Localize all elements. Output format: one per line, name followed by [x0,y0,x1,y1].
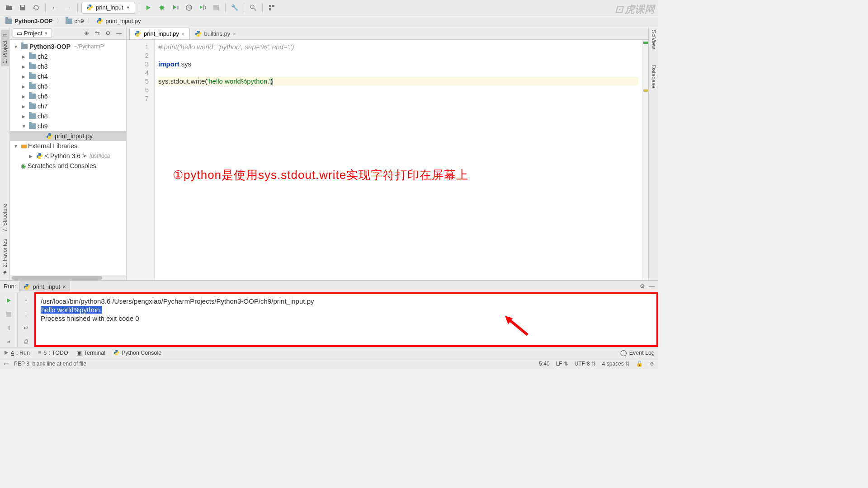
arrow-annotation-icon [503,314,530,337]
right-tool-gutter: SciView Database [648,27,658,280]
print-icon[interactable]: ⎙ [21,336,32,347]
sidebar-tab-sciview[interactable]: SciView [651,30,657,49]
tree-folder[interactable]: ▶ch7 [10,101,126,111]
breadcrumb-folder[interactable]: ch9 [64,17,86,25]
bottom-tool-tabs: 4: Run ≡ 6: TODO ▣ Terminal Python Conso… [0,347,658,358]
bottom-tab-run[interactable]: 4: Run [4,350,30,356]
collapse-icon[interactable]: ⇆ [93,29,102,38]
left-tool-gutter: 1: Project ▭ 7: Structure ★ 2: Favorites [0,27,10,280]
tab-print-input[interactable]: print_input.py× [129,28,190,39]
bottom-tab-pyconsole[interactable]: Python Console [113,350,161,356]
run-icon[interactable] [143,2,154,13]
chevron-right-icon: 〉 [57,17,62,25]
target-icon[interactable]: ⊕ [82,29,91,38]
search-icon[interactable] [248,2,259,13]
tab-builtins[interactable]: builtins.py× [190,28,241,39]
wrap-icon[interactable]: ↩ [21,322,32,333]
svg-point-2 [160,6,164,9]
gear-icon[interactable]: ⚙ [104,29,113,38]
sidebar-tab-database[interactable]: Database [651,65,657,88]
svg-rect-9 [6,312,11,317]
breadcrumb: Python3-OOP 〉 ch9 〉 print_input.py [0,15,658,27]
svg-point-0 [89,5,89,5]
run-config-label: print_input [96,4,123,11]
project-panel: ▭Project▼ ⊕ ⇆ ⚙ — ▼Python3-OOP~/PycharmP… [10,27,127,280]
run-panel-label: Run: [4,283,16,290]
run-tab[interactable]: print_input× [19,282,70,291]
attach-icon[interactable] [197,2,208,13]
hide-icon[interactable]: — [114,29,123,38]
breadcrumb-file[interactable]: print_input.py [94,17,142,25]
tree-ext-libs[interactable]: ▼▮▮▮External Libraries [10,141,126,151]
reload-icon[interactable] [31,2,42,13]
bottom-tab-terminal[interactable]: ▣ Terminal [76,349,105,356]
tree-python-env[interactable]: ▶< Python 3.6 >/usr/loca [10,151,126,161]
cursor-position[interactable]: 5:40 [539,361,549,367]
svg-point-1 [90,9,91,10]
forward-icon[interactable]: → [63,2,74,13]
breadcrumb-root[interactable]: Python3-OOP [4,17,55,25]
run-coverage-icon[interactable] [170,2,181,13]
chevron-right-icon: 〉 [87,17,93,25]
close-icon[interactable]: × [233,31,236,37]
tree-scratches[interactable]: ◉Scratches and Consoles [10,161,126,171]
encoding[interactable]: UTF-8 ⇅ [575,361,596,367]
svg-rect-4 [213,5,219,10]
tree-file-selected[interactable]: print_input.py [10,131,126,141]
watermark: ⊡ 虎课网 [615,3,655,16]
more-icon[interactable]: » [3,336,14,347]
svg-rect-7 [272,5,274,7]
pause-icon[interactable]: ⏸ [3,322,14,333]
svg-rect-6 [269,5,271,7]
bottom-tab-todo[interactable]: ≡ 6: TODO [38,350,68,356]
sidebar-tab-favorites[interactable]: ★ 2: Favorites [2,239,8,276]
run-config-selector[interactable]: print_input ▼ [81,2,135,14]
svg-point-5 [250,5,254,9]
status-bar: ▭ PEP 8: blank line at end of file 5:40 … [0,358,658,369]
rerun-icon[interactable] [3,295,14,306]
scrollbar-horizontal[interactable] [12,276,102,280]
code-editor[interactable]: 1234567 # print('hello world', 'python',… [127,40,648,280]
project-view-selector[interactable]: ▭Project▼ [13,28,52,38]
tree-folder[interactable]: ▶ch2 [10,52,126,61]
annotation-overlay: ①python是使用sys.stdout.write实现字符打印在屏幕上 [173,171,468,179]
up-icon[interactable]: ↑ [21,295,32,306]
back-icon[interactable]: ← [49,2,60,13]
gear-icon[interactable]: ⚙ [640,283,645,290]
lock-icon[interactable]: 🔓 [636,361,643,367]
close-icon[interactable]: × [182,31,184,37]
line-separator[interactable]: LF ⇅ [556,361,568,367]
structure-toolbar-icon[interactable] [266,2,277,13]
chevron-down-icon: ▼ [126,5,130,10]
tree-folder[interactable]: ▶ch5 [10,81,126,91]
open-icon[interactable] [4,2,14,13]
bottom-tab-eventlog[interactable]: ◯ Event Log [620,349,655,356]
project-tree[interactable]: ▼Python3-OOP~/PycharmP ▶ch2▶ch3▶ch4▶ch5▶… [10,40,126,275]
stop-icon[interactable] [3,309,14,319]
code-comment: # print('hello world', 'python', sep='%'… [158,43,294,51]
sidebar-tab-project[interactable]: 1: Project ▭ [1,30,9,66]
profile-icon[interactable] [184,2,194,13]
tree-folder[interactable]: ▶ch4 [10,71,126,81]
run-side-toolbar: ⏸ » ↑ ↓ ↩ ⎙ [0,292,34,347]
down-icon[interactable]: ↓ [21,309,32,319]
close-icon[interactable]: × [62,283,66,290]
editor-marker-bar[interactable] [642,40,648,280]
save-icon[interactable] [17,2,28,13]
console-output-selected: hello world%python. [41,306,102,314]
inspector-icon[interactable]: ☺ [649,361,655,367]
run-panel: Run: print_input× ⚙ — ⏸ » ↑ ↓ ↩ ⎙ /usr/l… [0,280,658,347]
tree-folder[interactable]: ▼ch9 [10,121,126,131]
indent[interactable]: 4 spaces ⇅ [602,361,630,367]
tree-folder[interactable]: ▶ch8 [10,111,126,121]
debug-icon[interactable] [156,2,167,13]
stop-icon[interactable] [211,2,222,13]
main-toolbar: ← → print_input ▼ 🔧 [0,0,658,15]
run-console[interactable]: /usr/local/bin/python3.6 /Users/pengxiao… [34,292,658,347]
tree-folder[interactable]: ▶ch3 [10,61,126,71]
wrench-icon[interactable]: 🔧 [229,2,240,13]
hide-icon[interactable]: — [649,283,655,290]
tree-folder[interactable]: ▶ch6 [10,91,126,101]
tree-root[interactable]: ▼Python3-OOP~/PycharmP [10,42,126,52]
sidebar-tab-structure[interactable]: 7: Structure [2,204,8,232]
